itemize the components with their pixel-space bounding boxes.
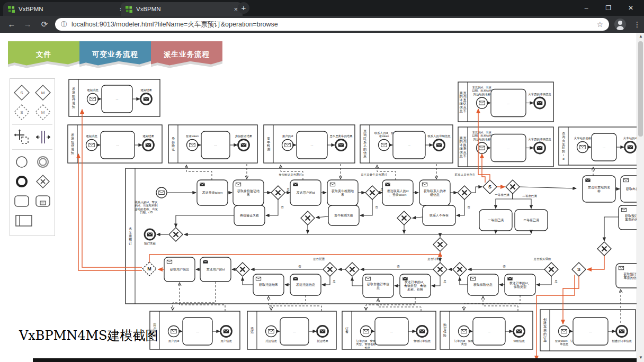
end-message-event[interactable] [143, 140, 154, 151]
task[interactable]: 发送订单的id、食物类型、食物名称、价格 [400, 274, 431, 297]
start-message-event[interactable] [379, 140, 390, 151]
task[interactable]: 发送用户的id [200, 257, 231, 282]
task[interactable]: 联系人不存在 [423, 205, 455, 225]
task[interactable]: 发送用户的id [290, 180, 321, 205]
end-message-event[interactable] [238, 140, 249, 151]
pool-query-station-id[interactable]: 查询火车站的id...火车站的名称火车站的id [559, 127, 644, 165]
end-message-event[interactable] [616, 326, 628, 337]
task[interactable]: 获取身份验证结果 [233, 180, 264, 205]
task[interactable]: 发送托运信息 [290, 274, 321, 295]
start-message-event[interactable] [266, 326, 277, 337]
gateway-xor-tool-icon[interactable] [33, 173, 52, 191]
end-message-event[interactable] [336, 140, 347, 151]
start-message-event[interactable] [156, 187, 167, 198]
task[interactable]: 获取保险信息 [468, 274, 498, 295]
profile-avatar[interactable] [614, 19, 626, 30]
scroll-up-icon[interactable]: ▲ [637, 34, 644, 39]
task[interactable]: ... [393, 131, 425, 159]
start-message-event[interactable] [168, 326, 180, 337]
ribbon-tab-file[interactable]: 文件 [8, 41, 79, 70]
participant-pool-tool-icon[interactable] [14, 212, 33, 230]
back-icon[interactable]: ← [4, 16, 19, 33]
end-message-event[interactable] [417, 326, 428, 337]
task[interactable]: 发送订单的id、保险类型 [505, 274, 535, 295]
task[interactable]: 身份验证失败 [234, 205, 265, 225]
subprocess-tool-icon[interactable] [33, 192, 52, 210]
task[interactable]: ... [375, 318, 408, 345]
start-message-event[interactable] [577, 142, 588, 153]
task[interactable]: 获取食物订单信息 [363, 274, 393, 297]
refresh-icon[interactable]: ⟳ [37, 16, 52, 33]
pool-create-order[interactable]: 创建车票的订单...登录token、订单信息创建的订单信息 [540, 310, 636, 351]
pool-scalper-check[interactable]: 黄牛检测...用户的id是不是黄牛的结果 [264, 125, 355, 163]
start-message-event[interactable] [87, 94, 99, 105]
browser-tab-1[interactable]: VxBPMN × [3, 2, 128, 16]
pool-query-transfer-train[interactable]: 查询换乘火车票的详细信息...车次的id、出发日期、出发站和到达站的名称火车票的… [458, 127, 553, 167]
task[interactable]: 发送出发站的名称 [583, 176, 615, 202]
new-tab-button[interactable]: + [238, 2, 249, 14]
task[interactable]: 黄牛检测失败 [328, 205, 359, 225]
canvas-vertical-scrollbar[interactable]: ▲ ▼ [637, 33, 644, 362]
task[interactable]: 获取托运结果 [253, 274, 284, 295]
end-message-event[interactable] [221, 326, 232, 337]
task[interactable]: ... [280, 318, 309, 345]
url-text[interactable]: localhost:9013/modeler.html?fileName=火车票… [71, 20, 596, 29]
start-message-event[interactable] [86, 140, 97, 151]
task[interactable]: ... [592, 133, 616, 161]
task[interactable]: ... [183, 318, 212, 345]
browser-tab-2[interactable]: VxBPMN × [121, 2, 243, 16]
scrollbar-thumb[interactable] [638, 41, 643, 137]
minimize-button[interactable]: – [575, 0, 597, 16]
end-message-event[interactable] [317, 326, 328, 337]
end-message-event[interactable] [514, 326, 525, 337]
pool-food-order[interactable]: 订餐...订单的id、食物类型、食物名称、价格食物订单信息 [342, 311, 436, 350]
restore-button[interactable]: ❐ [597, 0, 620, 16]
site-info-icon[interactable]: ⓘ [61, 20, 67, 29]
browser-menu-icon[interactable]: ⋮ [633, 16, 641, 33]
task-tool-icon[interactable] [12, 192, 31, 210]
ribbon-tab-derived-process[interactable]: 派生业务流程 [151, 41, 222, 70]
end-message-event[interactable] [141, 94, 152, 105]
start-message-event[interactable] [282, 140, 293, 151]
lasso-tool-icon[interactable] [12, 128, 31, 146]
pool-user-info[interactable]: 用户信息...用户的id用户信息 [150, 311, 240, 349]
pool-identity-auth[interactable]: 身份验证...登录token身份验证结果 [168, 125, 257, 163]
task[interactable]: 二等座已满 [515, 210, 548, 231]
task[interactable]: ... [102, 85, 132, 113]
space-tool-icon[interactable] [33, 128, 52, 146]
pool-luggage-checkin[interactable]: 托运...托运信息托运结果 [247, 311, 336, 349]
task[interactable]: 发送联系人的id、登录token [382, 180, 413, 205]
task[interactable]: 获取联系人的详细信息 [419, 180, 450, 205]
task[interactable]: 一等座已满 [479, 210, 512, 231]
end-message-event[interactable] [534, 97, 545, 108]
task[interactable]: ... [101, 131, 135, 159]
task[interactable]: ... [491, 89, 526, 117]
gateway-m-variant-tool-icon[interactable]: M [33, 103, 52, 121]
pool-query-contact[interactable]: 查询联系人的信息...联系人的id、登录token联系人的详细信息 [360, 125, 453, 163]
task[interactable]: ... [473, 318, 505, 345]
scroll-down-icon[interactable]: ▼ [637, 355, 644, 360]
gateway-s-variant-tool-icon[interactable]: S [12, 103, 31, 121]
forward-icon[interactable]: → [20, 16, 35, 33]
task[interactable]: 发送登录token [197, 180, 228, 205]
start-message-event[interactable] [361, 326, 372, 337]
start-message-event[interactable] [187, 140, 198, 151]
address-bar[interactable]: ⓘ localhost:9013/modeler.html?fileName=火… [55, 18, 609, 31]
close-window-button[interactable]: ✕ [620, 0, 642, 16]
end-event-tool-icon[interactable] [12, 173, 31, 191]
start-message-event[interactable] [459, 326, 470, 337]
task[interactable]: ... [491, 134, 526, 162]
gateway-s-tool-icon[interactable]: S [12, 84, 31, 102]
pool-send-mail-notify[interactable]: 发送邮件通知...通知消息通知结果 [69, 79, 160, 116]
start-event-tool-icon[interactable] [12, 153, 31, 171]
task[interactable]: 获取用户信息 [164, 257, 195, 282]
end-message-event[interactable] [534, 142, 545, 153]
task[interactable]: ... [297, 131, 327, 159]
task[interactable]: 获取黄牛检测结果 [327, 180, 358, 205]
ribbon-tab-variable-process[interactable]: 可变业务流程 [79, 41, 151, 70]
pool-buy-insurance[interactable]: 购买保险...订单的id、保险类型保险信息 [440, 311, 533, 349]
task[interactable]: ... [573, 318, 608, 345]
end-message-event[interactable] [625, 142, 636, 153]
close-tab-icon[interactable]: × [234, 6, 238, 13]
task[interactable]: ... [201, 131, 230, 159]
